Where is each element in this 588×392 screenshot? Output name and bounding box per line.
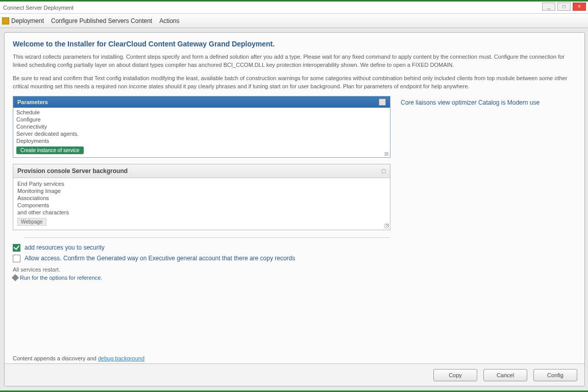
pencil-icon	[12, 274, 19, 281]
create-instance-tag[interactable]: Create instance of service	[16, 146, 84, 154]
config-button[interactable]: Config	[533, 369, 577, 381]
divider	[24, 237, 390, 238]
provision-header-label: Provision console Server background	[17, 167, 128, 175]
list-item[interactable]: Schedule	[16, 109, 387, 116]
app-icon	[2, 17, 9, 24]
maximize-button[interactable]: □	[557, 3, 571, 11]
close-button[interactable]: ×	[573, 3, 586, 11]
menu-item-actions[interactable]: Actions	[159, 17, 179, 24]
menu-bar: Deployment Configure Published Servers C…	[0, 14, 588, 28]
checkbox-security[interactable]	[13, 244, 20, 252]
side-message: Core liaisons view optimizer Catalog is …	[401, 99, 576, 106]
bottom-hint-text: Content appends a discovery and	[13, 355, 98, 361]
list-item[interactable]: Components	[17, 202, 386, 209]
resize-handle-icon[interactable]	[384, 224, 389, 229]
parameters-header: Parameters	[13, 96, 390, 108]
list-item[interactable]: Connectivity	[16, 123, 387, 130]
menu-app-name: Deployment	[11, 17, 44, 24]
checkbox-allow-access-label: Allow access. Confirm the Generated way …	[24, 255, 295, 262]
page-heading: Welcome to the Installer for ClearCloud …	[13, 40, 576, 48]
intro-paragraph-2: Be sure to read and confirm that Text co…	[13, 75, 576, 91]
collapse-icon[interactable]: ▢	[381, 168, 386, 174]
list-item[interactable]: Server dedicated agents.	[16, 130, 387, 137]
checkbox-allow-access[interactable]	[13, 255, 20, 262]
bottom-hint: Content appends a discovery and debug ba…	[13, 355, 144, 361]
list-item[interactable]: Deployments	[16, 137, 387, 144]
minimize-button[interactable]: _	[542, 3, 555, 11]
provision-header: Provision console Server background ▢	[13, 164, 390, 178]
list-item[interactable]: Configure	[16, 116, 387, 123]
checkbox-security-label: add resources you to security	[24, 244, 105, 251]
main-panel: Welcome to the Installer for ClearCloud …	[4, 32, 585, 386]
edit-options-link[interactable]: Run for the options for reference.	[13, 275, 390, 281]
webpage-chip[interactable]: Webpage	[17, 218, 46, 226]
list-item[interactable]: Monitoring Image	[17, 187, 386, 194]
menu-item-configure[interactable]: Configure Published Servers Content	[51, 17, 152, 24]
parameters-listbox: Parameters Schedule Configure Connectivi…	[13, 96, 390, 158]
intro-paragraph-1: This wizard collects parameters for inst…	[13, 53, 576, 69]
list-item[interactable]: End Party services	[17, 180, 386, 187]
list-item[interactable]: and other characters	[17, 209, 386, 216]
edit-options-label: Run for the options for reference.	[20, 275, 102, 281]
provision-listbox: Provision console Server background ▢ En…	[13, 164, 390, 230]
checkbox-row-allow-access[interactable]: Allow access. Confirm the Generated way …	[13, 255, 390, 262]
window-title: Connect Server Deployment	[3, 5, 74, 11]
parameters-dropdown-button[interactable]	[379, 99, 386, 106]
window-controls: _ □ ×	[542, 3, 586, 11]
bottom-hint-link[interactable]: debug background	[98, 355, 144, 361]
copy-button[interactable]: Copy	[433, 369, 477, 381]
list-item[interactable]: Associations	[17, 194, 386, 202]
resize-handle-icon[interactable]: ▧	[384, 151, 389, 156]
title-bar: Connect Server Deployment _ □ ×	[0, 2, 588, 14]
footer-bar: Copy Cancel Config	[5, 363, 584, 386]
parameters-header-label: Parameters	[17, 99, 48, 105]
checkbox-row-security[interactable]: add resources you to security	[13, 244, 390, 252]
cancel-button[interactable]: Cancel	[483, 369, 527, 381]
restart-note: All services restart.	[13, 266, 390, 273]
